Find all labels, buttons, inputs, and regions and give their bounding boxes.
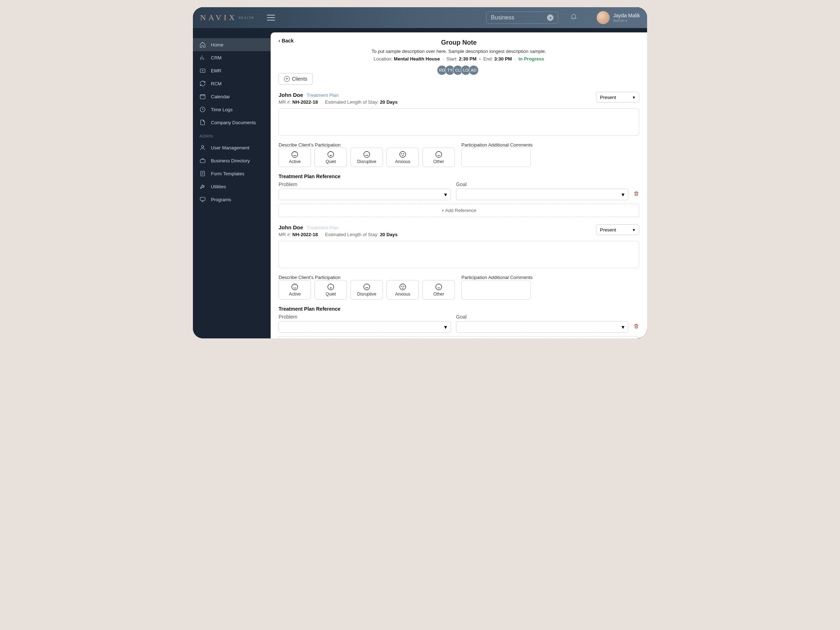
svg-point-11 — [436, 152, 442, 158]
client-name: John Doe — [279, 224, 303, 231]
goal-label: Goal — [456, 182, 628, 187]
app-frame: NAVIX HEALTH Business ▾ Jayda Malik Admi… — [193, 7, 647, 338]
sidebar-item-rcm[interactable]: RCM — [193, 77, 271, 90]
svg-point-16 — [436, 284, 442, 290]
svg-point-12 — [292, 284, 298, 290]
participation-comments-input[interactable] — [461, 148, 531, 167]
add-reference-button[interactable]: + Add Reference — [279, 204, 639, 217]
participation-option-disruptive[interactable]: Disruptive — [351, 280, 383, 300]
sidebar-item-programs[interactable]: Programs — [193, 193, 271, 206]
back-button[interactable]: ‹ Back — [279, 38, 294, 44]
problem-label: Problem — [279, 314, 451, 320]
clock-icon — [199, 106, 206, 113]
participation-label: Describe Client's Participation — [279, 142, 456, 148]
sidebar-item-biz-dir[interactable]: Business Directory — [193, 154, 271, 167]
avatar — [597, 11, 609, 24]
svg-rect-1 — [200, 95, 205, 99]
client-block: John Doe Treatment Plan MR #: NH-2022-18… — [279, 224, 639, 338]
presence-select[interactable]: Present ▾ — [596, 92, 639, 103]
problem-label: Problem — [279, 182, 451, 187]
participation-option-other[interactable]: Other — [423, 148, 455, 167]
treatment-ref-header: Treatment Plan Reference — [279, 174, 639, 179]
participation-option-anxious[interactable]: Anxious — [387, 280, 419, 300]
problem-select[interactable]: ▾ — [279, 189, 451, 200]
sidebar-item-home[interactable]: Home — [193, 38, 271, 51]
participation-option-disruptive[interactable]: Disruptive — [351, 148, 383, 167]
participation-option-active[interactable]: Active — [279, 280, 311, 300]
user-role: Admin — [613, 18, 640, 23]
note-textarea[interactable] — [279, 241, 639, 268]
participation-option-quiet[interactable]: Quiet — [314, 280, 347, 300]
svg-point-8 — [328, 152, 334, 158]
topbar: NAVIX HEALTH Business ▾ Jayda Malik Admi… — [193, 7, 647, 28]
participation-option-other[interactable]: Other — [423, 280, 455, 300]
briefcase-icon — [199, 157, 206, 164]
delete-reference-button[interactable] — [633, 323, 639, 330]
participation-comments-label: Participation Additional Comments — [461, 275, 639, 280]
sidebar-item-crm[interactable]: CRM — [193, 51, 271, 64]
monitor-icon — [199, 196, 206, 203]
bars-icon — [199, 54, 206, 61]
clients-button[interactable]: + Clients — [279, 73, 313, 85]
sidebar-item-docs[interactable]: Company Documents — [193, 116, 271, 129]
chevron-down-icon: ▾ — [622, 324, 624, 330]
sidebar: Home CRM EMR RCM Calendar Time Logs — [193, 28, 271, 338]
client-block: John Doe Treatment Plan MR #: NH-2022-18… — [279, 92, 639, 217]
chevron-down-icon: ▾ — [633, 95, 635, 100]
form-icon — [199, 170, 206, 177]
sidebar-item-user-mgmt[interactable]: User Management — [193, 141, 271, 154]
treatment-plan-link: Treatment Plan — [306, 225, 338, 231]
client-name: John Doe — [279, 92, 303, 98]
wrench-icon — [199, 183, 206, 190]
problem-select[interactable]: ▾ — [279, 321, 451, 333]
sidebar-section-admin: ADMIN — [193, 129, 271, 141]
svg-point-14 — [364, 284, 370, 290]
participation-comments-input[interactable] — [461, 280, 531, 300]
chevron-down-icon: ▾ — [633, 227, 635, 232]
goal-label: Goal — [456, 314, 628, 320]
user-menu[interactable]: Jayda Malik Admin — [590, 11, 640, 24]
chevron-down-icon: ▾ — [547, 14, 554, 21]
participation-label: Describe Client's Participation — [279, 275, 456, 280]
sidebar-item-timelogs[interactable]: Time Logs — [193, 103, 271, 116]
calendar-icon — [199, 93, 206, 100]
page-meta: Location: Mental Health House · Start: 2… — [279, 56, 639, 62]
chevron-down-icon: ▾ — [444, 191, 447, 198]
participation-option-quiet[interactable]: Quiet — [314, 148, 347, 167]
sidebar-item-calendar[interactable]: Calendar — [193, 90, 271, 103]
note-textarea[interactable] — [279, 108, 639, 136]
refresh-icon — [199, 80, 206, 87]
participation-option-anxious[interactable]: Anxious — [387, 148, 419, 167]
user-name: Jayda Malik — [613, 13, 640, 18]
menu-toggle-icon[interactable] — [267, 15, 275, 21]
page-title: Group Note — [279, 39, 639, 46]
add-reference-button[interactable]: + Add Reference — [279, 336, 639, 338]
svg-point-10 — [400, 152, 406, 158]
svg-point-9 — [364, 152, 370, 158]
sidebar-item-forms[interactable]: Form Templates — [193, 167, 271, 180]
chevron-left-icon: ‹ — [279, 38, 280, 44]
treatment-ref-header: Treatment Plan Reference — [279, 306, 639, 312]
sidebar-item-utilities[interactable]: Utilities — [193, 180, 271, 193]
page-description: To put sample description over here. Sam… — [279, 49, 639, 54]
avatar-chip: AD — [469, 65, 478, 75]
delete-reference-button[interactable] — [633, 191, 639, 198]
user-icon — [199, 144, 206, 151]
svg-point-13 — [328, 284, 334, 290]
participation-comments-label: Participation Additional Comments — [461, 142, 639, 148]
business-selector[interactable]: Business ▾ — [486, 11, 558, 24]
chevron-down-icon: ▾ — [622, 191, 624, 198]
plus-icon: + — [284, 76, 290, 82]
goal-select[interactable]: ▾ — [456, 189, 628, 200]
svg-point-3 — [202, 145, 204, 148]
logo: NAVIX HEALTH — [200, 13, 254, 22]
home-icon — [199, 41, 206, 48]
folder-plus-icon — [199, 67, 206, 74]
status-badge: In Progress — [519, 56, 545, 62]
presence-select[interactable]: Present ▾ — [596, 224, 639, 235]
goal-select[interactable]: ▾ — [456, 321, 628, 333]
treatment-plan-link[interactable]: Treatment Plan — [306, 93, 338, 98]
participation-option-active[interactable]: Active — [279, 148, 311, 167]
notifications-icon[interactable] — [570, 14, 577, 22]
sidebar-item-emr[interactable]: EMR — [193, 64, 271, 77]
